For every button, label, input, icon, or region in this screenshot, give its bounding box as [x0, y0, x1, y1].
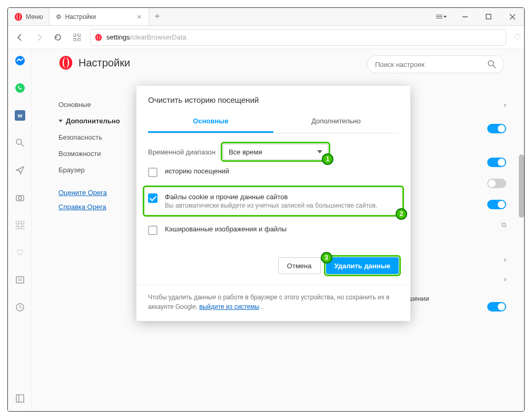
svg-point-34	[64, 57, 68, 69]
option-history-label: историю посещений	[165, 167, 229, 175]
opera-logo-icon	[58, 55, 73, 70]
easy-setup-button[interactable]	[429, 8, 453, 25]
time-range-highlight: Все время 1	[223, 144, 328, 160]
dialog-body: Временной диапазон Все время 1 исто	[136, 133, 410, 245]
svg-point-18	[16, 139, 22, 144]
personal-news-icon[interactable]: ♡	[14, 246, 26, 259]
snapshot-icon[interactable]	[14, 191, 26, 204]
page-header: Настройки	[58, 55, 130, 70]
time-range-value: Все время	[229, 148, 262, 156]
clear-data-dialog: Очистить историю посещений Основные Допо…	[136, 86, 410, 321]
minimize-button[interactable]	[453, 8, 477, 25]
svg-point-2	[17, 14, 19, 20]
messenger-icon[interactable]	[14, 54, 26, 67]
window-controls	[429, 8, 524, 25]
delete-data-button[interactable]: Удалить данные	[326, 257, 399, 274]
sidenav-main[interactable]: Основные	[58, 96, 137, 113]
svg-rect-22	[16, 221, 19, 224]
forward-button[interactable]	[30, 29, 48, 46]
toggle[interactable]	[487, 179, 506, 188]
checkbox-cache[interactable]	[148, 226, 157, 235]
time-range-row: Временной диапазон Все время 1	[148, 144, 399, 160]
address-text: settings/clearBrowserData	[106, 33, 186, 41]
option-cache[interactable]: Кэшированные изображения и файлы	[148, 218, 399, 242]
maximize-button[interactable]	[477, 8, 500, 25]
flow-icon[interactable]	[14, 164, 26, 177]
svg-rect-4	[486, 14, 491, 19]
new-tab-button[interactable]: +	[149, 11, 165, 22]
opera-logo-icon	[14, 13, 23, 21]
svg-text:w: w	[17, 112, 22, 119]
time-range-select[interactable]: Все время	[223, 144, 328, 160]
sidenav-advanced[interactable]: Дополнительно	[58, 113, 137, 129]
address-field[interactable]: settings/clearBrowserData	[90, 29, 506, 46]
option-cookies-sub: Вы автоматически выйдете из учетных запи…	[165, 202, 377, 209]
left-icon-bar: w ♡	[8, 49, 32, 411]
browser-tab-settings[interactable]: ⚙ Настройки ×	[49, 8, 149, 25]
back-button[interactable]	[11, 29, 29, 46]
rate-opera-link[interactable]: Оцените Opera	[58, 186, 137, 200]
svg-line-19	[21, 144, 24, 147]
opera-menu-button[interactable]: Меню	[8, 8, 49, 25]
confirm-highlight: Удалить данные 3	[326, 257, 399, 274]
toggle[interactable]	[487, 158, 506, 167]
page-scrollbar[interactable]	[519, 154, 524, 218]
option-cookies[interactable]: Файлы cookie и прочие данные сайтов Вы а…	[148, 190, 399, 212]
bookmark-heart-icon[interactable]: ♡	[514, 32, 521, 42]
bookmarks-icon[interactable]	[14, 274, 26, 286]
svg-rect-23	[21, 221, 24, 224]
cancel-button[interactable]: Отмена	[278, 257, 321, 274]
speed-dial-button[interactable]	[68, 29, 86, 46]
history-icon[interactable]	[14, 301, 26, 314]
tab-title: Настройки	[65, 13, 132, 21]
svg-point-21	[18, 197, 22, 200]
menu-label: Меню	[26, 13, 43, 21]
checkbox-history[interactable]	[148, 168, 157, 177]
body: w ♡ Настройки Основные Дополнительно	[8, 49, 524, 411]
svg-line-36	[493, 65, 496, 68]
svg-rect-7	[73, 34, 76, 36]
svg-rect-26	[16, 277, 24, 283]
toggle[interactable]	[487, 200, 506, 209]
sidenav-security[interactable]: Безопасность	[58, 129, 137, 145]
dialog-tabs: Основные Дополнительно	[148, 112, 399, 133]
search-input[interactable]	[375, 61, 488, 69]
sidenav-browser[interactable]: Браузер	[58, 162, 137, 178]
callout-badge-2: 2	[396, 208, 407, 220]
checkbox-cookies[interactable]	[148, 193, 157, 203]
svg-rect-8	[78, 34, 81, 36]
sidebar-setup-icon[interactable]	[14, 392, 26, 405]
search-icon	[488, 60, 496, 69]
sidenav-features[interactable]: Возможности	[58, 145, 137, 162]
tab-advanced[interactable]: Дополнительно	[273, 112, 399, 133]
opera-favicon-icon	[95, 34, 102, 41]
reload-button[interactable]	[49, 29, 67, 46]
option-cookies-highlight: Файлы cookie и прочие данные сайтов Вы а…	[145, 188, 402, 215]
callout-badge-3: 3	[321, 252, 332, 264]
svg-point-35	[488, 61, 494, 66]
sign-out-link[interactable]: выйдите из системы	[199, 303, 259, 310]
external-link-icon[interactable]: ⧉	[501, 221, 506, 229]
dialog-title: Очистить историю посещений	[136, 86, 410, 112]
option-cookies-label: Файлы cookie и прочие данные сайтов	[165, 193, 377, 201]
toggle[interactable]	[487, 124, 506, 133]
whatsapp-icon[interactable]	[14, 82, 26, 94]
page-title: Настройки	[78, 57, 130, 69]
dialog-footer: Чтобы удалить данные о работе в браузере…	[136, 285, 410, 321]
option-history[interactable]: историю посещений	[148, 160, 399, 184]
dialog-actions: Отмена Удалить данные 3	[136, 245, 410, 285]
app-window: Меню ⚙ Настройки × + settings/clearBrows…	[7, 7, 525, 412]
toggle[interactable]	[487, 302, 506, 311]
tab-basic[interactable]: Основные	[148, 112, 273, 133]
chevron-down-icon	[317, 150, 322, 153]
settings-search[interactable]	[367, 55, 504, 73]
search-in-page-icon[interactable]	[14, 137, 26, 149]
time-range-label: Временной диапазон	[148, 148, 215, 156]
tab-close-button[interactable]: ×	[135, 13, 143, 21]
help-opera-link[interactable]: Справка Opera	[58, 200, 137, 214]
svg-rect-10	[78, 38, 81, 41]
svg-rect-24	[16, 226, 19, 229]
vk-icon[interactable]: w	[14, 109, 26, 122]
close-window-button[interactable]	[500, 8, 524, 25]
extensions-icon[interactable]	[14, 219, 26, 231]
